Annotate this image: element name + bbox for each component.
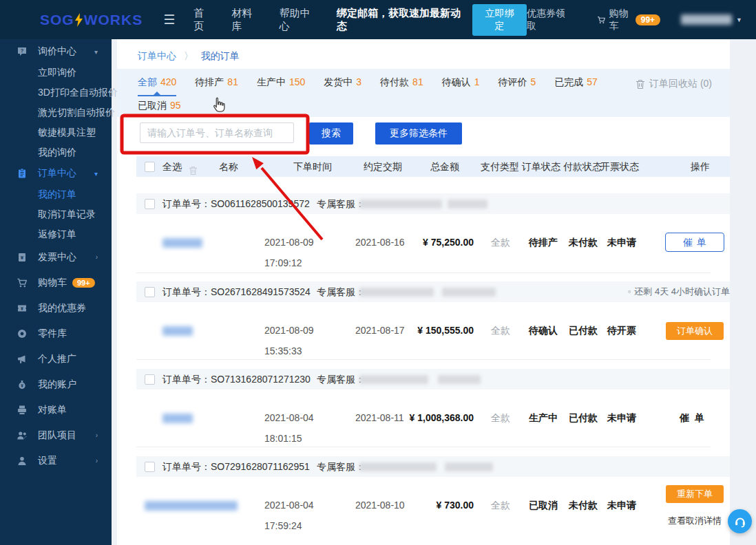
order-no-label: 订单单号：	[162, 369, 211, 389]
customer-service-button[interactable]	[728, 509, 752, 533]
order-time-cell: 2021-08-04 17:59:24	[264, 495, 347, 536]
urge-order-button[interactable]: 催单	[680, 412, 710, 423]
select-all-checkbox[interactable]	[145, 162, 155, 172]
nav-link-home[interactable]: 首页	[193, 7, 213, 33]
order-checkbox[interactable]	[145, 374, 155, 385]
sidebar-item-team-projects[interactable]: 团队项目 ›	[0, 423, 112, 448]
order-time-cell: 2021-08-09 15:35:33	[264, 320, 347, 361]
group-separator	[136, 272, 711, 273]
sidebar-item-my-orders[interactable]: 我的订单	[0, 184, 112, 204]
invoice-icon: ¥	[17, 252, 28, 263]
search-row: 搜索 更多筛选条件	[140, 122, 462, 145]
order-checkbox[interactable]	[145, 199, 155, 209]
pay-status-cell: 未付款	[562, 232, 605, 253]
tab-shipping[interactable]: 发货中3	[324, 76, 361, 96]
order-status-tabbar: 全部420 待排产81 生产中150 发货中3 待付款81 待确认1 待评价5 …	[117, 69, 730, 117]
sidebar-item-order-center[interactable]: 订单中心 ▾	[0, 162, 112, 184]
trash-icon	[636, 79, 645, 89]
redacted-order-name	[162, 238, 202, 248]
coupon-claim-link[interactable]: 优惠券领取	[527, 8, 569, 32]
money-bag-icon: ¥	[17, 379, 28, 390]
more-filters-button[interactable]: 更多筛选条件	[375, 122, 462, 145]
tab-in-production[interactable]: 生产中150	[257, 76, 305, 96]
sidebar-item-my-coupons[interactable]: ¥ 我的优惠券	[0, 295, 112, 321]
amount-cell: ¥ 75,250.00	[384, 232, 474, 253]
chevron-right-icon: ›	[96, 431, 98, 439]
cs-label: 专属客服：	[317, 193, 365, 214]
redacted-cs-contact	[448, 200, 487, 209]
main-content-panel: 订单中心 〉 我的订单 全部420 待排产81 生产中150 发货中3 待付款8…	[117, 39, 730, 545]
urge-order-button[interactable]: 催单	[665, 233, 724, 252]
order-name-cell[interactable]	[162, 407, 193, 428]
select-all-label: 全选	[162, 156, 182, 177]
order-group-header: 订单单号： SO7291628071162951 专属客服：	[136, 456, 730, 477]
sidebar-item-repair-orders[interactable]: 返修订单	[0, 224, 112, 244]
svg-text:¥: ¥	[21, 383, 23, 387]
clock-icon	[628, 287, 631, 297]
order-name-cell[interactable]	[162, 232, 202, 253]
tab-pending-payment[interactable]: 待付款81	[380, 76, 423, 96]
order-name-cell[interactable]	[145, 495, 238, 515]
person-icon	[17, 456, 28, 467]
tab-pending-review[interactable]: 待评价5	[498, 76, 536, 96]
sogaworks-logo[interactable]: SOG WORKS	[40, 12, 143, 28]
tab-pending-confirm[interactable]: 待确认1	[442, 76, 480, 96]
svg-text:¥: ¥	[21, 255, 24, 261]
search-button[interactable]: 搜索	[309, 122, 353, 145]
order-name-cell[interactable]	[162, 320, 193, 341]
view-cancel-details-link[interactable]: 查看取消详情	[657, 514, 730, 527]
order-time-cell: 2021-08-04 18:01:15	[264, 407, 347, 449]
sidebar-item-3d-print-quote[interactable]: 3D打印全自动报价	[0, 83, 112, 103]
sidebar-item-inquiry-center[interactable]: ? 询价中心 ▾	[0, 41, 112, 63]
sidebar-item-settings[interactable]: 设置 ›	[0, 448, 112, 473]
sidebar-item-cancelled-orders[interactable]: 取消订单记录	[0, 204, 112, 224]
batch-delete-trash-icon[interactable]	[189, 162, 198, 182]
nav-link-materials[interactable]: 材料库	[231, 7, 260, 33]
megaphone-icon	[17, 354, 28, 365]
navbar-cart-button[interactable]: 购物车 99+	[597, 8, 660, 32]
sidebar-item-statement[interactable]: 对账单	[0, 397, 112, 423]
sidebar-item-my-account[interactable]: ¥ 我的账户	[0, 372, 112, 397]
tab-completed[interactable]: 已完成57	[554, 76, 598, 96]
top-navbar: SOG WORKS ☰ 首页 材料库 帮助中心 绑定邮箱，获取速加最新动态 立即…	[0, 0, 756, 39]
sidebar-item-cart[interactable]: 购物车 99+	[0, 270, 112, 295]
tab-all[interactable]: 全部420	[138, 76, 176, 96]
action-cell: 订单确认	[657, 320, 730, 341]
order-no: SO2671628491573524	[211, 281, 311, 302]
breadcrumb-order-center[interactable]: 订单中心	[138, 50, 176, 61]
redacted-cs-contact	[445, 462, 493, 471]
breadcrumb-separator: 〉	[184, 50, 193, 61]
order-checkbox[interactable]	[145, 462, 155, 472]
sidebar-item-rapid-molding[interactable]: 敏捷模具注塑	[0, 122, 112, 142]
confirm-order-button[interactable]: 订单确认	[666, 322, 724, 340]
search-input[interactable]	[140, 122, 294, 143]
sidebar-item-personal-promotion[interactable]: 个人推广	[0, 346, 112, 372]
hamburger-menu-icon[interactable]: ☰	[163, 12, 175, 28]
sidebar-item-inquiry-now[interactable]: 立即询价	[0, 63, 112, 83]
order-group-header: 订单单号： SO0611628500139572 专属客服：	[136, 193, 730, 214]
pay-status-cell: 未付款	[562, 495, 605, 515]
action-cell: 催单	[657, 232, 730, 253]
order-no-label: 订单单号：	[162, 193, 211, 214]
reorder-button[interactable]: 重新下单	[666, 485, 724, 503]
tab-pending-production[interactable]: 待排产81	[195, 76, 238, 96]
part-donut-icon	[17, 328, 28, 339]
redacted-order-name	[162, 414, 193, 423]
breadcrumb: 订单中心 〉 我的订单	[138, 50, 240, 63]
sidebar-item-parts-library[interactable]: 零件库	[0, 321, 112, 346]
nav-link-help[interactable]: 帮助中心	[280, 7, 318, 33]
col-header-pay-type: 支付类型	[481, 156, 519, 177]
cart-icon	[597, 14, 606, 25]
order-status-cell: 待排产	[521, 232, 566, 253]
cart-count-badge: 99+	[636, 14, 660, 25]
order-checkbox[interactable]	[145, 287, 155, 297]
breadcrumb-my-orders[interactable]: 我的订单	[201, 50, 240, 61]
sidebar-item-invoice-center[interactable]: ¥ 发票中心 ›	[0, 244, 112, 270]
user-account-menu[interactable]: ▼	[681, 14, 742, 25]
sidebar-item-my-inquiries[interactable]: 我的询价	[0, 142, 112, 162]
tab-cancelled[interactable]: 已取消95	[138, 100, 181, 112]
bind-now-button[interactable]: 立即绑定	[472, 4, 527, 36]
order-recycle-bin-link[interactable]: 订单回收站 (0)	[636, 78, 712, 90]
invoice-status-cell: 未申请	[599, 407, 644, 428]
sidebar-item-laser-cut-quote[interactable]: 激光切割自动报价	[0, 103, 112, 122]
